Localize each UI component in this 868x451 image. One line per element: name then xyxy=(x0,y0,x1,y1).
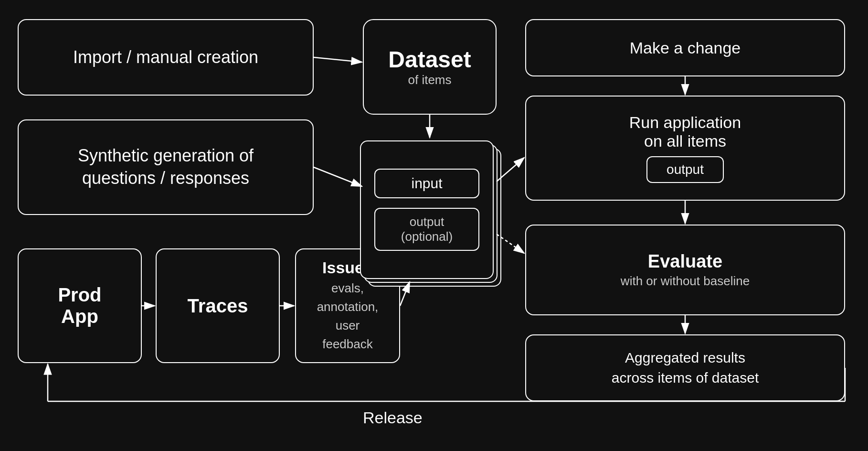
box-traces: Traces xyxy=(156,248,280,363)
card-input-label: input xyxy=(411,175,442,191)
run-output-box: output xyxy=(646,156,724,183)
traces-label: Traces xyxy=(188,295,248,317)
box-evaluate: Evaluate with or without baseline xyxy=(525,225,845,315)
release-label: Release xyxy=(363,408,423,427)
diagram-container: Import / manual creation Synthetic gener… xyxy=(0,0,868,451)
make-change-label: Make a change xyxy=(630,39,741,57)
svg-line-3 xyxy=(314,167,362,186)
card-output: output (optional) xyxy=(374,208,479,251)
run-app-title: Run application on all items xyxy=(629,113,741,150)
evaluate-title: Evaluate xyxy=(648,251,722,272)
box-make-change: Make a change xyxy=(525,19,845,76)
card-output-label: output (optional) xyxy=(401,215,453,244)
evaluate-subtitle: with or without baseline xyxy=(621,274,750,289)
dataset-subtitle: of items xyxy=(408,73,451,87)
svg-line-2 xyxy=(314,57,362,62)
box-synthetic: Synthetic generation of questions / resp… xyxy=(18,119,314,215)
box-import: Import / manual creation xyxy=(18,19,314,96)
dataset-title: Dataset xyxy=(388,46,471,73)
prod-app-label: Prod App xyxy=(58,284,101,327)
aggregated-label: Aggregated results across items of datas… xyxy=(612,348,759,388)
box-prod-app: Prod App xyxy=(18,248,142,363)
box-run-app: Run application on all items output xyxy=(525,96,845,201)
synthetic-label: Synthetic generation of questions / resp… xyxy=(78,145,254,190)
import-label: Import / manual creation xyxy=(73,47,258,67)
release-text: Release xyxy=(363,408,423,427)
box-aggregated: Aggregated results across items of datas… xyxy=(525,334,845,401)
card-front: input output (optional) xyxy=(360,140,494,279)
box-dataset: Dataset of items xyxy=(363,19,497,115)
dataset-cards: input output (optional) xyxy=(358,139,501,301)
run-output-label: output xyxy=(667,162,704,177)
card-input: input xyxy=(374,169,479,198)
